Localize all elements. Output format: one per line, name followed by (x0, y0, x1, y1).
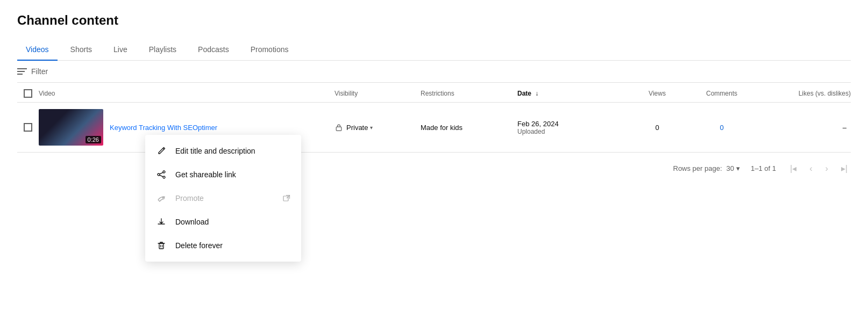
col-restrictions: Restrictions (421, 90, 517, 97)
filter-icon (17, 68, 27, 75)
rows-per-page-value: 30 (727, 164, 734, 172)
date-cell: Feb 26, 2024 Uploaded (517, 120, 625, 135)
col-visibility: Visibility (335, 90, 421, 97)
menu-item-promote: Promote (145, 186, 301, 210)
row-checkbox[interactable] (24, 123, 32, 132)
tab-live[interactable]: Live (105, 39, 136, 60)
menu-edit-label: Edit title and description (175, 147, 290, 155)
chevron-down-icon: ▾ (370, 125, 373, 131)
edit-icon (156, 146, 167, 156)
col-comments: Comments (689, 90, 754, 97)
likes-cell: – (754, 124, 851, 132)
context-menu: Edit title and description Get shareable… (145, 135, 301, 262)
menu-item-edit[interactable]: Edit title and description (145, 139, 301, 163)
restrictions-cell: Made for kids (421, 124, 517, 132)
filter-bar[interactable]: Filter (17, 61, 851, 83)
col-views: Views (625, 90, 689, 97)
video-thumbnail: 0:26 (39, 109, 103, 146)
select-all-checkbox[interactable] (24, 89, 32, 98)
first-page-button[interactable]: |◂ (787, 161, 800, 176)
external-link-icon (283, 194, 290, 202)
menu-download-label: Download (175, 218, 290, 226)
tab-videos[interactable]: Videos (17, 39, 58, 60)
promote-icon (156, 193, 167, 204)
svg-point-1 (163, 171, 165, 173)
table-row: 0:26 Keyword Tracking With SEOptimer Pri… (17, 103, 851, 153)
tab-playlists[interactable]: Playlists (140, 39, 185, 60)
rows-per-page-label: Rows per page: (673, 164, 722, 172)
svg-rect-0 (336, 127, 341, 131)
comments-cell[interactable]: 0 (689, 124, 754, 132)
tab-bar: Videos Shorts Live Playlists Podcasts Pr… (17, 39, 851, 61)
page-info: 1–1 of 1 (751, 164, 776, 172)
col-date[interactable]: Date ↓ (517, 90, 625, 97)
menu-promote-label: Promote (175, 194, 274, 203)
date-sub: Uploaded (517, 128, 625, 135)
table-header: Video Visibility Restrictions Date ↓ Vie… (17, 83, 851, 103)
visibility-dropdown[interactable]: Private ▾ (346, 124, 373, 132)
visibility-value: Private (346, 124, 368, 132)
col-video: Video (39, 90, 335, 97)
svg-point-2 (163, 176, 165, 178)
video-duration: 0:26 (86, 136, 101, 143)
rows-per-page: Rows per page: 30 ▾ (673, 164, 741, 172)
video-title[interactable]: Keyword Tracking With SEOptimer (110, 124, 217, 132)
menu-share-label: Get shareable link (175, 170, 290, 179)
menu-item-delete[interactable]: Delete forever (145, 234, 301, 257)
pagination: Rows per page: 30 ▾ 1–1 of 1 |◂ ‹ › ▸| (17, 153, 851, 184)
visibility-cell: Private ▾ (335, 123, 421, 132)
svg-rect-7 (159, 243, 163, 249)
svg-line-5 (160, 175, 163, 177)
row-checkbox-cell (17, 123, 39, 132)
last-page-button[interactable]: ▸| (838, 161, 851, 176)
next-page-button[interactable]: › (822, 162, 831, 176)
tab-shorts[interactable]: Shorts (62, 39, 101, 60)
svg-line-4 (160, 172, 163, 174)
menu-item-share[interactable]: Get shareable link (145, 163, 301, 186)
share-icon (156, 169, 167, 180)
svg-point-3 (158, 174, 160, 176)
date-main: Feb 26, 2024 (517, 120, 625, 128)
lock-icon (335, 123, 343, 132)
menu-delete-label: Delete forever (175, 241, 290, 250)
prev-page-button[interactable]: ‹ (806, 162, 815, 176)
filter-label: Filter (31, 67, 48, 76)
delete-icon (156, 240, 167, 251)
tab-podcasts[interactable]: Podcasts (189, 39, 238, 60)
sort-arrow-icon: ↓ (535, 90, 538, 97)
rows-chevron-icon: ▾ (736, 164, 740, 172)
download-icon (156, 216, 167, 227)
svg-rect-6 (283, 196, 288, 201)
page-title: Channel content (17, 13, 851, 28)
tab-promotions[interactable]: Promotions (242, 39, 297, 60)
header-checkbox-cell (17, 89, 39, 98)
rows-per-page-select[interactable]: 30 ▾ (727, 164, 740, 172)
page-wrapper: Channel content Videos Shorts Live Playl… (0, 0, 868, 325)
col-likes: Likes (vs. dislikes) (754, 90, 851, 97)
views-cell: 0 (625, 124, 689, 132)
menu-item-download[interactable]: Download (145, 210, 301, 234)
